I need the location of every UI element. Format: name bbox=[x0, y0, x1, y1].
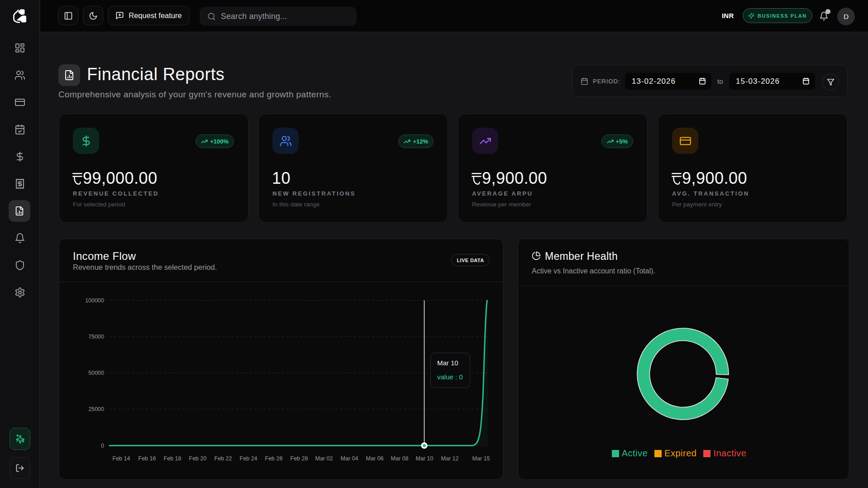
svg-text:0: 0 bbox=[101, 443, 104, 449]
svg-text:Feb 18: Feb 18 bbox=[164, 455, 181, 462]
svg-text:Feb 14: Feb 14 bbox=[113, 455, 130, 462]
svg-text:Feb 28: Feb 28 bbox=[291, 455, 308, 462]
svg-text:75000: 75000 bbox=[88, 334, 104, 340]
svg-text:25000: 25000 bbox=[88, 406, 104, 412]
svg-text:Mar 06: Mar 06 bbox=[366, 455, 384, 462]
svg-text:Feb 26: Feb 26 bbox=[265, 455, 283, 462]
svg-text:Mar 10: Mar 10 bbox=[416, 455, 434, 462]
svg-text:Feb 16: Feb 16 bbox=[138, 455, 156, 462]
svg-text:Mar 04: Mar 04 bbox=[341, 455, 358, 462]
svg-text:Mar 02: Mar 02 bbox=[315, 455, 333, 462]
svg-text:100000: 100000 bbox=[85, 297, 104, 304]
svg-text:Feb 20: Feb 20 bbox=[189, 455, 207, 462]
svg-text:Feb 22: Feb 22 bbox=[215, 455, 232, 462]
svg-text:Mar 08: Mar 08 bbox=[391, 455, 409, 462]
svg-text:Mar 15: Mar 15 bbox=[472, 455, 490, 462]
svg-text:Feb 24: Feb 24 bbox=[240, 455, 258, 462]
svg-text:50000: 50000 bbox=[88, 370, 104, 376]
svg-text:Mar 12: Mar 12 bbox=[441, 455, 459, 462]
